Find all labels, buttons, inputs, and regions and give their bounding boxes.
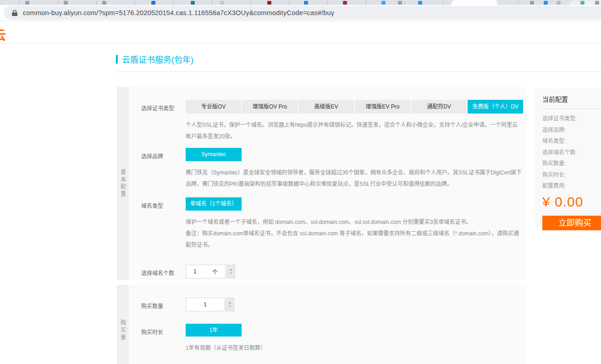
- browser-tab-favicon[interactable]: [220, 1, 224, 5]
- brand-description: 赛门铁克（Symantec）是全球安全领域的领导者，服务全球超过35个国家，拥有…: [186, 167, 523, 190]
- browser-tab-favicon[interactable]: [544, 1, 548, 5]
- summary-row-cert-type: 选择证书类型:: [542, 113, 601, 125]
- browser-tab-favicon[interactable]: [304, 1, 308, 5]
- browser-address-row: common-buy.aliyun.com/?spm=5176.20205201…: [0, 5, 601, 21]
- current-config-title: 当前配置: [542, 94, 601, 103]
- page-title: 云盾证书服务(包年): [116, 53, 193, 65]
- cert-type-description: 个人型SSL证书，保护一个域名。浏览器上有https提示并有绿锁标记。快速签发，…: [186, 120, 523, 142]
- browser-tab-favicon[interactable]: [580, 1, 584, 5]
- tab-separator: [96, 1, 97, 5]
- browser-tab-favicon[interactable]: [102, 1, 106, 5]
- cert-type-tab-ev-pro[interactable]: 增强版EV Pro: [355, 100, 410, 114]
- browser-tab-favicon[interactable]: [381, 1, 386, 5]
- cert-type-tab-ov[interactable]: 专业版OV: [186, 100, 241, 114]
- browser-tab-favicon[interactable]: [418, 1, 422, 5]
- cert-type-tabs: 专业版OV 增强版OV Pro 高级版EV 增强版EV Pro 通配符DV 免费…: [186, 100, 523, 114]
- browser-tab-favicon[interactable]: [25, 1, 29, 5]
- tab-separator: [518, 1, 518, 5]
- tab-separator: [289, 1, 289, 5]
- browser-tab-favicon[interactable]: [151, 1, 155, 5]
- stepper-up-icon[interactable]: ▲: [229, 268, 233, 272]
- section-label-purchase: 购买量: [119, 320, 127, 342]
- browser-tab-favicon[interactable]: [398, 1, 402, 5]
- summary-row-domain-count: 选择域名个数:: [542, 147, 601, 158]
- duration-note: 1年有效期（从证书签发日期算）: [186, 342, 520, 354]
- quantity-input[interactable]: 1: [186, 298, 225, 311]
- browser-tab-favicon[interactable]: [557, 1, 561, 5]
- duration-label: 购买时长: [141, 324, 186, 354]
- cert-type-tab-free-dv[interactable]: 免费版（个人）DV: [468, 100, 523, 114]
- active-browser-tab[interactable]: [452, 0, 497, 5]
- config-price: ¥ 0.00: [542, 194, 601, 210]
- tab-separator: [19, 1, 20, 5]
- browser-tab-favicon[interactable]: [595, 1, 599, 5]
- browser-tab-favicon[interactable]: [64, 1, 68, 5]
- tab-separator: [327, 1, 328, 5]
- tab-separator: [366, 1, 366, 5]
- domain-type-option-single[interactable]: 单域名（1个域名）: [186, 197, 242, 211]
- basic-config-section: 基本配置 选择证书类型 专业版OV 增强版OV Pro 高级版EV 增强版EV …: [117, 87, 526, 280]
- title-divider: [116, 71, 601, 72]
- cert-type-label: 选择证书类型: [141, 100, 186, 142]
- current-config-card: 当前配置 选择证书类型: 选择品牌: 域名类型: 选择域名个数: 购买数量: 购…: [534, 88, 601, 227]
- domain-count-unit: 个: [212, 268, 218, 276]
- summary-row-domain-type: 域名类型:: [542, 136, 601, 147]
- quantity-stepper: ▲ ▼: [226, 298, 234, 311]
- title-accent-bar: [116, 55, 118, 64]
- purchase-section: 购买量 购买数量 1 ▲ ▼ 购买时长 1年 1年有效期（从证: [117, 285, 526, 364]
- tab-separator: [212, 1, 212, 5]
- url-text: common-buy.aliyun.com/?spm=5176.20205201…: [23, 9, 334, 16]
- brand-option-symantec[interactable]: Symantec: [186, 148, 242, 161]
- quantity-value: 1: [204, 301, 207, 308]
- tab-separator: [250, 1, 251, 5]
- section-label-basic-config: 基本配置: [119, 169, 127, 198]
- site-header: 云: [0, 21, 601, 43]
- domain-count-value: 1: [193, 268, 197, 275]
- tab-separator: [173, 1, 174, 5]
- lock-icon[interactable]: [12, 10, 17, 16]
- aliyun-logo-icon[interactable]: 云: [0, 25, 6, 43]
- domain-count-input[interactable]: 1 个: [186, 265, 226, 278]
- quantity-label: 购买数量: [141, 298, 186, 311]
- tab-separator: [443, 1, 443, 5]
- browser-tab-favicon[interactable]: [530, 1, 534, 5]
- browser-tab-favicon[interactable]: [267, 1, 271, 5]
- browser-tab-favicon[interactable]: [343, 1, 347, 5]
- duration-option-1year[interactable]: 1年: [186, 324, 242, 337]
- cert-type-tab-wildcard-dv[interactable]: 通配符DV: [411, 100, 467, 114]
- summary-row-brand: 选择品牌:: [542, 125, 601, 136]
- summary-rows: 选择证书类型: 选择品牌: 域名类型: 选择域名个数: 购买数量: 购买时长: …: [542, 113, 601, 192]
- page-title-text: 云盾证书服务(包年): [122, 53, 193, 65]
- section-strip: 购买量: [117, 285, 129, 364]
- address-bar[interactable]: common-buy.aliyun.com/?spm=5176.20205201…: [4, 6, 601, 20]
- cert-type-tab-ev[interactable]: 高级版EV: [298, 100, 354, 114]
- domain-type-description: 保护一个域名或者一个子域名，例如 domain.com、ssl.domain.c…: [186, 217, 523, 251]
- tab-separator: [135, 1, 135, 5]
- domain-count-label: 选择域名个数: [141, 265, 186, 278]
- domain-count-stepper: ▲ ▼: [226, 265, 235, 278]
- stepper-down-icon[interactable]: ▼: [228, 304, 232, 308]
- brand-label: 选择品牌: [141, 148, 186, 190]
- summary-row-duration: 购买时长:: [542, 169, 601, 181]
- summary-divider: [542, 109, 601, 109]
- summary-row-quantity: 购买数量:: [542, 158, 601, 169]
- stepper-up-icon[interactable]: ▲: [228, 301, 232, 304]
- tab-separator: [404, 1, 405, 5]
- stepper-down-icon[interactable]: ▼: [229, 272, 233, 275]
- domain-type-label: 域名类型: [141, 197, 186, 251]
- buy-now-button[interactable]: 立即购买: [542, 216, 601, 230]
- tab-separator: [58, 1, 58, 5]
- section-strip: 基本配置: [117, 87, 129, 280]
- cert-type-tab-ov-pro[interactable]: 增强版OV Pro: [242, 100, 298, 114]
- browser-tab-strip: [0, 0, 601, 5]
- domain-type-description-line1: 保护一个域名或者一个子域名，例如 domain.com、ssl.domain.c…: [186, 217, 523, 228]
- summary-row-fee: 配置费用:: [542, 180, 601, 192]
- browser-tab-favicon[interactable]: [191, 1, 195, 5]
- domain-type-description-line2: 备注：购买domain.com单域名证书，不会包含 ssl.domain.com…: [186, 228, 523, 251]
